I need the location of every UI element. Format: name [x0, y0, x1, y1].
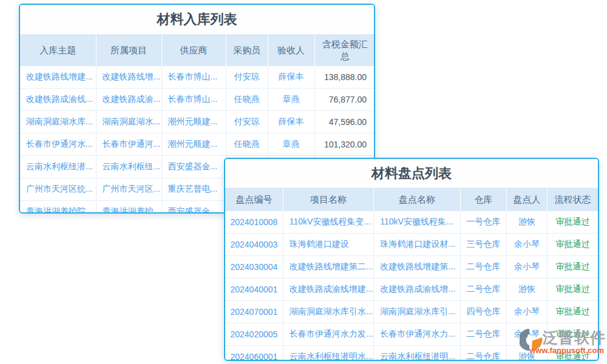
col-header-project: 所属项目 — [96, 35, 161, 66]
cell-inbound-subject-link[interactable]: 广州市天河区统... — [20, 178, 96, 201]
cell-project-link[interactable]: 湖南洞庭湖水... — [96, 111, 161, 133]
cell-project-name-link[interactable]: 110kV安徽线程集变... — [283, 211, 373, 234]
cell-buyer[interactable]: 任晓燕 — [226, 89, 268, 111]
inbound-table-title: 材料入库列表 — [20, 5, 374, 35]
cell-supplier-link[interactable]: 西安盛器金... — [161, 201, 226, 214]
col-header-buyer: 采购员 — [226, 35, 268, 66]
col-header-stocktake-name: 盘点名称 — [374, 188, 460, 211]
stocktake-table-header-row: 盘点编号 项目名称 盘点名称 仓库 盘点人 流程状态 — [225, 188, 598, 211]
cell-warehouse[interactable]: 二号仓库 — [460, 256, 506, 278]
cell-stocktake-code-link[interactable]: 2024010008 — [225, 211, 283, 234]
cell-inbound-subject-link[interactable]: 湖南洞庭湖水库... — [20, 111, 96, 133]
cell-project-name-link[interactable]: 改建铁路线增建第二... — [283, 256, 373, 278]
cell-amount: 76,877.00 — [314, 89, 375, 111]
cell-stocktaker[interactable]: 余小琴 — [506, 234, 547, 256]
col-header-stocktake-code: 盘点编号 — [225, 188, 283, 211]
cell-stocktake-name-link[interactable]: 珠海鹤港口建设材... — [374, 234, 460, 256]
col-header-supplier: 供应商 — [161, 35, 226, 66]
cell-project-name-link[interactable]: 长春市伊通河水力发... — [283, 323, 373, 346]
cell-project-link[interactable]: 广州市天河区... — [96, 178, 161, 201]
table-row: 2024040001 改建铁路成渝线增建... 改建铁路成渝线增... 二号仓库… — [225, 278, 598, 301]
watermark: 泛普软件 www.fanpusoft.com — [520, 327, 605, 357]
table-row: 2024040003 珠海鹤港口建设 珠海鹤港口建设材... 三号仓库 余小琴 … — [225, 234, 598, 256]
cell-project-link[interactable]: 云南水利枢纽... — [96, 156, 161, 178]
cell-warehouse[interactable]: 四号仓库 — [460, 301, 506, 323]
cell-amount: 138,888.00 — [314, 66, 375, 89]
cell-supplier-link[interactable]: 潮州元顺建... — [161, 111, 226, 133]
cell-stocktake-name-link[interactable]: 改建铁路线增建第... — [374, 256, 460, 278]
stocktake-table-title: 材料盘点列表 — [225, 159, 598, 188]
cell-inbound-subject-link[interactable]: 改建铁路线增建... — [20, 66, 96, 89]
cell-warehouse[interactable]: 二号仓库 — [460, 278, 506, 301]
cell-project-link[interactable]: 改建铁路成渝... — [96, 89, 161, 111]
cell-supplier-link[interactable]: 长春市博山... — [161, 66, 226, 89]
cell-inspector[interactable]: 章燕 — [268, 133, 314, 156]
cell-supplier-link[interactable]: 重庆艺普电... — [161, 178, 226, 201]
cell-workflow-status[interactable]: 审批通过 — [548, 234, 598, 256]
cell-stocktake-code-link[interactable]: 2024070001 — [225, 301, 283, 323]
col-header-project-name: 项目名称 — [283, 188, 373, 211]
cell-warehouse[interactable]: 二号仓库 — [460, 346, 506, 362]
cell-stocktake-code-link[interactable]: 2024040001 — [225, 278, 283, 301]
watermark-brand-text: 泛普软件 — [543, 328, 606, 348]
cell-stocktake-code-link[interactable]: 2024060001 — [225, 346, 283, 362]
cell-project-link[interactable]: 长春市伊通河... — [96, 133, 161, 156]
cell-stocktake-code-link[interactable]: 2024040003 — [225, 234, 283, 256]
cell-stocktaker[interactable]: 余小琴 — [506, 301, 547, 323]
cell-supplier-link[interactable]: 潮州元顺建... — [161, 133, 226, 156]
table-row: 长春市伊通河水... 长春市伊通河... 潮州元顺建... 任晓燕 章燕 101… — [20, 133, 375, 156]
cell-supplier-link[interactable]: 长春市博山... — [161, 89, 226, 111]
cell-project-link[interactable]: 改建铁路线增... — [96, 66, 161, 89]
col-header-stocktaker: 盘点人 — [506, 188, 547, 211]
cell-stocktaker[interactable]: 游恢 — [506, 278, 547, 301]
col-header-inbound-subject: 入库主题 — [20, 35, 96, 66]
table-row: 2024010008 110kV安徽线程集变... 110kV安徽线程集... … — [225, 211, 598, 234]
table-row: 湖南洞庭湖水库... 湖南洞庭湖水... 潮州元顺建... 付安琼 薛保丰 47… — [20, 111, 375, 133]
cell-supplier-link[interactable]: 西安盛器金... — [161, 156, 226, 178]
cell-inspector[interactable]: 薛保丰 — [268, 111, 314, 133]
watermark-url-text: www.fanpusoft.com — [529, 346, 604, 355]
cell-warehouse[interactable]: 二号仓库 — [460, 323, 506, 346]
cell-stocktake-name-link[interactable]: 云南水利枢纽潜明... — [374, 346, 460, 362]
cell-buyer[interactable]: 任晓燕 — [226, 133, 268, 156]
table-row: 改建铁路成渝线... 改建铁路成渝... 长春市博山... 任晓燕 章燕 76,… — [20, 89, 375, 111]
table-row: 改建铁路线增建... 改建铁路线增... 长春市博山... 付安琼 薛保丰 13… — [20, 66, 375, 89]
cell-stocktake-code-link[interactable]: 2024020005 — [225, 323, 283, 346]
cell-stocktaker[interactable]: 游恢 — [506, 211, 547, 234]
cell-stocktake-name-link[interactable]: 湖南洞庭湖水库引... — [374, 301, 460, 323]
cell-stocktake-name-link[interactable]: 110kV安徽线程集... — [374, 211, 460, 234]
page: 材料入库列表 入库主题 所属项目 供应商 采购员 验收人 含税金额汇总 改建 — [0, 0, 607, 364]
cell-project-name-link[interactable]: 改建铁路成渝线增建... — [283, 278, 373, 301]
cell-inbound-subject-link[interactable]: 青海洪湖养护院... — [20, 201, 96, 214]
cell-warehouse[interactable]: 一号仓库 — [460, 211, 506, 234]
cell-inbound-subject-link[interactable]: 云南水利枢纽潜... — [20, 156, 96, 178]
table-row: 2024030004 改建铁路线增建第二... 改建铁路线增建第... 二号仓库… — [225, 256, 598, 278]
cell-workflow-status[interactable]: 审批通过 — [548, 278, 598, 301]
col-header-inspector: 验收人 — [268, 35, 314, 66]
cell-buyer[interactable]: 付安琼 — [226, 111, 268, 133]
cell-amount: 47,596.00 — [314, 111, 375, 133]
cell-workflow-status[interactable]: 审批通过 — [548, 301, 598, 323]
cell-stocktake-code-link[interactable]: 2024030004 — [225, 256, 283, 278]
cell-inbound-subject-link[interactable]: 长春市伊通河水... — [20, 133, 96, 156]
cell-project-name-link[interactable]: 珠海鹤港口建设 — [283, 234, 373, 256]
cell-inspector[interactable]: 章燕 — [268, 89, 314, 111]
cell-workflow-status[interactable]: 审批通过 — [548, 211, 598, 234]
cell-amount: 101,320.00 — [314, 133, 375, 156]
col-header-amount: 含税金额汇总 — [314, 35, 375, 66]
cell-inspector[interactable]: 薛保丰 — [268, 66, 314, 89]
cell-buyer[interactable]: 付安琼 — [226, 66, 268, 89]
cell-stocktake-name-link[interactable]: 改建铁路成渝线增... — [374, 278, 460, 301]
col-header-workflow-status: 流程状态 — [548, 188, 598, 211]
cell-stocktake-name-link[interactable]: 长春市伊通河水力... — [374, 323, 460, 346]
cell-project-name-link[interactable]: 云南水利枢纽潜明水... — [283, 346, 373, 362]
col-header-warehouse: 仓库 — [460, 188, 506, 211]
inbound-table-header-row: 入库主题 所属项目 供应商 采购员 验收人 含税金额汇总 — [20, 35, 375, 66]
cell-warehouse[interactable]: 三号仓库 — [460, 234, 506, 256]
cell-stocktaker[interactable]: 余小琴 — [506, 256, 547, 278]
cell-workflow-status[interactable]: 审批通过 — [548, 256, 598, 278]
table-row: 2024070001 湖南洞庭湖水库引水... 湖南洞庭湖水库引... 四号仓库… — [225, 301, 598, 323]
cell-project-link[interactable]: 青海洪湖养护... — [96, 201, 161, 214]
cell-project-name-link[interactable]: 湖南洞庭湖水库引水... — [283, 301, 373, 323]
cell-inbound-subject-link[interactable]: 改建铁路成渝线... — [20, 89, 96, 111]
